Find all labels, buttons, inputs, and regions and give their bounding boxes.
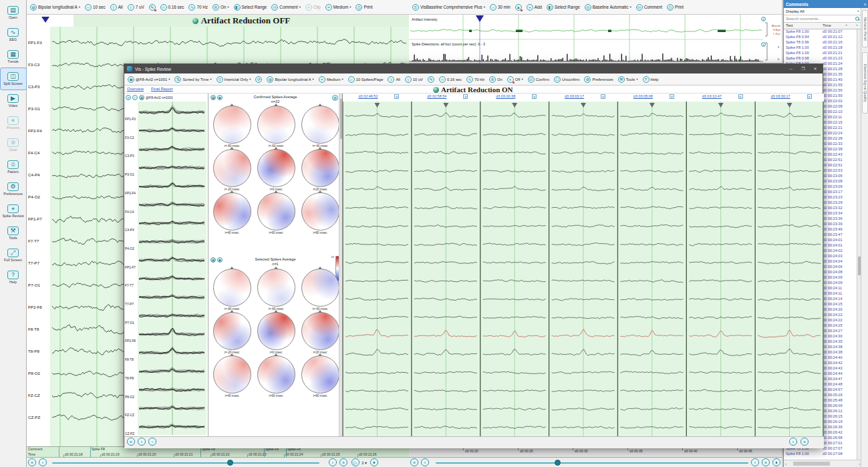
- toolbar-item-on[interactable]: ≋On▾: [211, 3, 231, 11]
- toolbar-item-0-16-sec[interactable]: ∩0.16 sec: [438, 75, 463, 84]
- toolbar-item-off[interactable]: ◐Off▾: [506, 75, 525, 84]
- sidebar-item-spike-review[interactable]: ⌖Spike Review: [1, 200, 26, 222]
- spike-column-time-link[interactable]: d3 02:46:52: [358, 94, 378, 98]
- page-slider-track[interactable]: [52, 462, 319, 464]
- toolbar-item-f8-avi2-n-1001[interactable]: ◉@F8-AvI2 n=1001▾: [126, 75, 171, 84]
- spike-column-time-link[interactable]: d3 03:30:17: [771, 94, 790, 98]
- sidebar-item-tools[interactable]: ⚒Tools: [1, 222, 26, 244]
- sidebar-item-full-screen[interactable]: ⤢Full Screen: [1, 245, 26, 266]
- toolbar-item-unconfirm[interactable]: ☐Unconfirm: [553, 75, 581, 84]
- spike-column-time-link[interactable]: d3 03:05:08: [633, 94, 653, 98]
- page-prev-button[interactable]: ‹: [39, 458, 47, 466]
- toolbar-item-sorted-by-time[interactable]: ⇅Sorted by Time▾: [173, 75, 212, 84]
- toolbar-item-help[interactable]: ?Help: [641, 75, 660, 84]
- page-first-button[interactable]: «: [28, 458, 36, 466]
- topography-panel[interactable]: ▦ ◉ ⚙ Confirmed Spikes Averagen=32 t=-80…: [208, 94, 343, 436]
- close-icon[interactable]: ✕: [863, 2, 867, 7]
- page-slider-handle[interactable]: [555, 460, 561, 466]
- close-icon[interactable]: ✕: [532, 94, 537, 99]
- toolbar-item-70-hz[interactable]: ∿70 Hz: [465, 75, 486, 84]
- comment-row[interactable]: Spike F8 1.00d3 00:27:08: [784, 452, 857, 457]
- tab-electrode-signal-quality[interactable]: Electrode Signal Quality: [862, 52, 868, 114]
- comment-row[interactable]: Spike F8 1.00d3 00:21:18: [784, 45, 857, 51]
- toolbar-item-select-range[interactable]: ◧Select Range: [233, 3, 269, 11]
- sidebar-item-trends[interactable]: ▦Trends: [1, 46, 26, 67]
- toolbar-item-preferences[interactable]: ⚙Preferences: [583, 75, 614, 84]
- toolbar-item-0-16-sec[interactable]: ∩0.16 sec: [159, 3, 186, 11]
- close-icon[interactable]: ✕: [463, 94, 468, 99]
- page-first-button[interactable]: «: [410, 458, 418, 466]
- toolbar-item-icon-only[interactable]: ✎: [148, 3, 157, 11]
- text-column-header[interactable]: Text: [786, 23, 793, 27]
- comment-row[interactable]: Spike F8 0.94d3 00:21:12: [784, 35, 857, 40]
- sidebar-item-clear[interactable]: ⊗Clear: [1, 134, 26, 156]
- toolbar-item-medium[interactable]: ≈Medium▾: [317, 75, 345, 84]
- page-slider-handle[interactable]: [227, 460, 233, 466]
- minimize-icon[interactable]: ─: [786, 65, 796, 73]
- trends-area[interactable]: Artifact Intensity Spike Detections; all…: [409, 15, 782, 63]
- sidebar-item-preferences[interactable]: ⚙Preferences: [1, 178, 26, 200]
- sidebar-item-patient[interactable]: ☺Patient: [1, 156, 26, 178]
- final-report-link[interactable]: Final Report: [151, 87, 173, 91]
- comment-row[interactable]: Spike F8 1.00d3 00:21:21: [784, 51, 857, 56]
- toolbar-item-baseline-automatic[interactable]: ◎Baseline Automatic▾: [583, 3, 633, 11]
- toolbar-item-comment[interactable]: ▭Comment▾: [270, 3, 302, 11]
- toolbar-item-7-uv[interactable]: ↕7 uV: [126, 3, 146, 11]
- toolbar-item-select-range[interactable]: ◧Select Range: [545, 3, 581, 11]
- last-page-button[interactable]: »: [801, 438, 809, 446]
- page-next-button[interactable]: ›: [751, 458, 759, 466]
- page-prev-button[interactable]: ‹: [421, 458, 429, 466]
- comment-row[interactable]: Spike F8 0.98d3 00:21:23: [784, 56, 857, 61]
- sidebar-item-process[interactable]: ●Process: [1, 112, 26, 134]
- scroll-right-icon[interactable]: ›: [859, 462, 860, 466]
- toolbar-item-all[interactable]: ↕All: [109, 3, 124, 11]
- toolbar-item-10-sec[interactable]: ↔10 sec: [84, 3, 107, 11]
- toolbar-item-medium[interactable]: ≈Medium▾: [324, 3, 353, 11]
- close-icon[interactable]: ✕: [807, 94, 812, 99]
- spike-grid[interactable]: d3 02:46:52✕d3 02:58:54✕d3 03:00:38✕d3 0…: [343, 94, 824, 436]
- time-column-header[interactable]: Time: [823, 23, 831, 27]
- prev-page-button[interactable]: ‹: [138, 438, 146, 446]
- sidebar-item-eeg[interactable]: ∿EEG: [1, 24, 26, 45]
- spike-column-time-link[interactable]: d3 03:13:47: [702, 94, 722, 98]
- current-position-marker[interactable]: [41, 17, 49, 23]
- toolbar-item-tools[interactable]: ⚒Tools▾: [617, 75, 639, 84]
- toolbar-item-all[interactable]: ↕All: [386, 75, 401, 84]
- page-last-button[interactable]: »: [339, 458, 347, 466]
- play-button[interactable]: ⏵: [772, 458, 780, 466]
- fast-forward-button[interactable]: ⏵: [370, 458, 378, 466]
- collapse-icon[interactable]: ˄: [856, 23, 858, 27]
- comments-filter-dropdown[interactable]: Display All ˅: [784, 8, 861, 15]
- spike-column-time-link[interactable]: d3 02:58:54: [427, 94, 446, 98]
- toolbar-item-interictal-only[interactable]: ▽Interictal Only▾: [215, 75, 253, 84]
- close-icon[interactable]: ✕: [670, 94, 674, 99]
- page-next-button[interactable]: ›: [329, 458, 337, 466]
- toolbar-item-clip[interactable]: ✂Clip: [304, 3, 322, 11]
- play-button[interactable]: ▷: [351, 458, 359, 466]
- spike-review-titlebar[interactable]: Vis - Spike Review ─ ❐ ✕: [124, 64, 823, 73]
- comments-horizontal-scrollbar[interactable]: ‹ ›: [784, 460, 861, 467]
- toolbar-item-30-min[interactable]: ↔30 min: [488, 3, 512, 11]
- scrollbar-thumb[interactable]: [793, 462, 830, 466]
- page-last-button[interactable]: »: [762, 458, 770, 466]
- tab-numeric-panel[interactable]: Numeric Panel: [862, 10, 868, 47]
- sidebar-item-help[interactable]: ?Help: [1, 267, 26, 288]
- toolbar-item-confirm[interactable]: ☑Confirm: [527, 75, 551, 84]
- toolbar-item-visbaseline-comprehensive-plus[interactable]: ≡VisBaseline Comprehensive Plus▾: [411, 3, 486, 11]
- overview-link[interactable]: Overview: [127, 87, 144, 91]
- info-icon[interactable]: i: [761, 17, 766, 21]
- toolbar-item-bipolar-longitudinal-a[interactable]: ◍Bipolar longitudinal A▾: [29, 3, 82, 11]
- toolbar-item-10-uv[interactable]: ↕10 uV: [404, 75, 424, 84]
- first-page-button[interactable]: «: [127, 438, 135, 446]
- close-icon[interactable]: ✕: [601, 94, 605, 99]
- close-icon[interactable]: ✕: [738, 94, 743, 99]
- toolbar-item-70-hz[interactable]: ∿70 Hz: [187, 3, 208, 11]
- comment-row[interactable]: Spike T8 0.99d3 00:21:16: [784, 40, 857, 45]
- sidebar-item-open[interactable]: ▤Open: [1, 2, 26, 23]
- remove-button[interactable]: −: [148, 438, 156, 446]
- toolbar-item-print[interactable]: ⎙Print: [354, 3, 374, 11]
- toolbar-item-10-spikes-page[interactable]: ↔10 Spikes/Page: [347, 75, 385, 84]
- toolbar-item-print[interactable]: ⎙Print: [666, 3, 685, 11]
- comment-row[interactable]: Spike F8 1.00d3 00:21:07: [784, 29, 857, 35]
- maps-scrollbar[interactable]: [339, 94, 342, 436]
